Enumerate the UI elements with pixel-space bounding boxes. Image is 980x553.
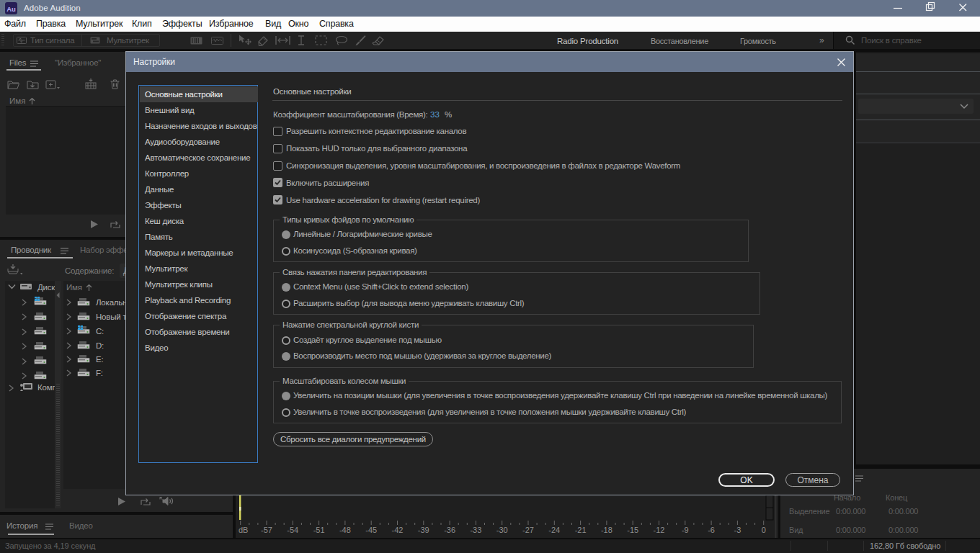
- svg-text:-42: -42: [392, 526, 404, 534]
- svg-text:-6: -6: [708, 526, 715, 534]
- svg-text:Au: Au: [6, 5, 16, 13]
- svg-text:-9: -9: [682, 526, 689, 534]
- svg-text:-51: -51: [313, 526, 325, 534]
- svg-text:-48: -48: [339, 526, 351, 534]
- svg-text:-18: -18: [601, 526, 612, 534]
- svg-text:-33: -33: [470, 526, 481, 534]
- svg-text:-54: -54: [287, 526, 298, 534]
- svg-text:-36: -36: [444, 526, 455, 534]
- svg-text:-30: -30: [496, 526, 508, 534]
- svg-text:-27: -27: [522, 526, 534, 534]
- svg-text:-21: -21: [575, 526, 587, 534]
- svg-text:-57: -57: [261, 526, 272, 534]
- svg-text:-3: -3: [734, 526, 741, 534]
- svg-text:-45: -45: [365, 526, 377, 534]
- svg-text:-39: -39: [418, 526, 429, 534]
- svg-text:-12: -12: [654, 526, 665, 534]
- svg-text:-15: -15: [627, 526, 638, 534]
- svg-text:dB: dB: [239, 526, 248, 534]
- svg-text:-24: -24: [548, 526, 560, 534]
- svg-text:0: 0: [762, 526, 766, 534]
